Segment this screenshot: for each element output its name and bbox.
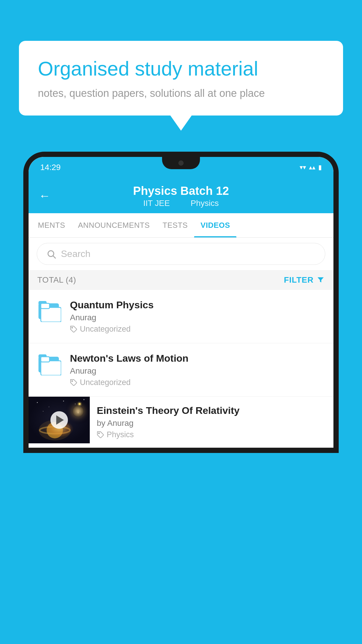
total-count: TOTAL (4)	[37, 275, 76, 285]
video-info-2: Newton's Laws of Motion Anurag Uncategor…	[70, 353, 325, 387]
content-area: Quantum Physics Anurag Uncategorized	[29, 290, 333, 448]
back-button[interactable]: ←	[39, 189, 50, 202]
batch-tags: IIT JEE Physics	[140, 199, 222, 208]
play-button[interactable]	[50, 411, 68, 429]
tab-announcements[interactable]: ANNOUNCEMENTS	[72, 213, 156, 237]
svg-point-11	[72, 380, 73, 381]
phone-screen: 14:29 ▾▾ ▴▴ ▮ ← Physics Batch 12 IIT JEE…	[29, 157, 333, 448]
video-tag-3: Physics	[97, 430, 326, 439]
svg-point-6	[72, 327, 73, 328]
svg-rect-4	[41, 307, 61, 322]
video-author-2: Anurag	[70, 366, 325, 376]
tab-ments[interactable]: MENTS	[31, 213, 72, 237]
video-author-3: by Anurag	[97, 419, 326, 428]
svg-rect-9	[41, 361, 61, 375]
folder-icon-container-2	[37, 353, 63, 375]
wifi-icon: ▾▾	[300, 164, 306, 171]
filter-label: FILTER	[284, 275, 314, 285]
camera-dot	[178, 160, 184, 166]
tag-icon	[70, 326, 78, 333]
filter-bar: TOTAL (4) FILTER	[29, 270, 333, 290]
tag-icon-3	[97, 431, 104, 439]
svg-line-1	[53, 256, 55, 258]
batch-title: Physics Batch 12	[133, 184, 229, 197]
bubble-title: Organised study material	[38, 57, 324, 81]
svg-point-15	[63, 401, 64, 402]
speech-bubble: Organised study material notes, question…	[19, 41, 343, 116]
tab-videos[interactable]: VIDEOS	[194, 213, 236, 237]
video-thumbnail	[29, 397, 90, 443]
svg-point-16	[75, 404, 75, 404]
video-info: Quantum Physics Anurag Uncategorized	[70, 299, 325, 334]
app-header: ← Physics Batch 12 IIT JEE Physics	[29, 178, 333, 213]
svg-point-17	[83, 399, 85, 400]
list-item-thumb[interactable]: Einstein's Theory Of Relativity by Anura…	[29, 397, 333, 448]
video-author: Anurag	[70, 313, 325, 322]
battery-icon: ▮	[318, 164, 322, 171]
search-container: Search	[29, 238, 333, 270]
signal-icon: ▴▴	[309, 164, 315, 171]
svg-point-26	[99, 433, 99, 433]
video-tag: Uncategorized	[70, 325, 325, 334]
phone-mockup: 14:29 ▾▾ ▴▴ ▮ ← Physics Batch 12 IIT JEE…	[23, 152, 339, 644]
tag-icon-2	[70, 379, 78, 386]
search-placeholder: Search	[61, 249, 90, 259]
speech-bubble-container: Organised study material notes, question…	[19, 41, 343, 116]
svg-point-19	[78, 412, 79, 413]
status-icons: ▾▾ ▴▴ ▮	[300, 164, 322, 171]
folder-icon-2	[38, 353, 61, 375]
search-box[interactable]: Search	[37, 243, 325, 265]
filter-funnel-icon	[317, 276, 325, 284]
svg-point-25	[77, 402, 82, 406]
search-icon	[46, 249, 56, 259]
filter-button[interactable]: FILTER	[284, 275, 325, 285]
svg-rect-5	[41, 303, 50, 309]
phone-outer: 14:29 ▾▾ ▴▴ ▮ ← Physics Batch 12 IIT JEE…	[23, 152, 339, 453]
video-tag-2: Uncategorized	[70, 378, 325, 387]
list-item[interactable]: Newton's Laws of Motion Anurag Uncategor…	[29, 343, 333, 397]
list-item[interactable]: Quantum Physics Anurag Uncategorized	[29, 290, 333, 343]
svg-rect-10	[41, 357, 50, 362]
tab-tests[interactable]: TESTS	[156, 213, 194, 237]
tag-iitjee: IIT JEE	[143, 199, 170, 208]
svg-point-14	[49, 407, 49, 407]
notch	[162, 157, 200, 169]
bubble-subtitle: notes, question papers, solutions all at…	[38, 87, 324, 99]
play-triangle-icon	[56, 415, 64, 425]
tag-physics: Physics	[191, 199, 219, 208]
video-info-3: Einstein's Theory Of Relativity by Anura…	[90, 397, 333, 447]
folder-icon	[38, 299, 61, 322]
video-title-3: Einstein's Theory Of Relativity	[97, 405, 326, 416]
status-time: 14:29	[40, 163, 61, 172]
svg-point-18	[43, 411, 43, 412]
folder-icon-container	[37, 299, 63, 322]
video-title: Quantum Physics	[70, 299, 325, 311]
video-title-2: Newton's Laws of Motion	[70, 353, 325, 364]
svg-point-13	[37, 402, 38, 403]
tabs-bar: MENTS ANNOUNCEMENTS TESTS VIDEOS	[29, 213, 333, 238]
status-bar: 14:29 ▾▾ ▴▴ ▮	[29, 157, 333, 178]
tag-separator	[179, 199, 184, 208]
